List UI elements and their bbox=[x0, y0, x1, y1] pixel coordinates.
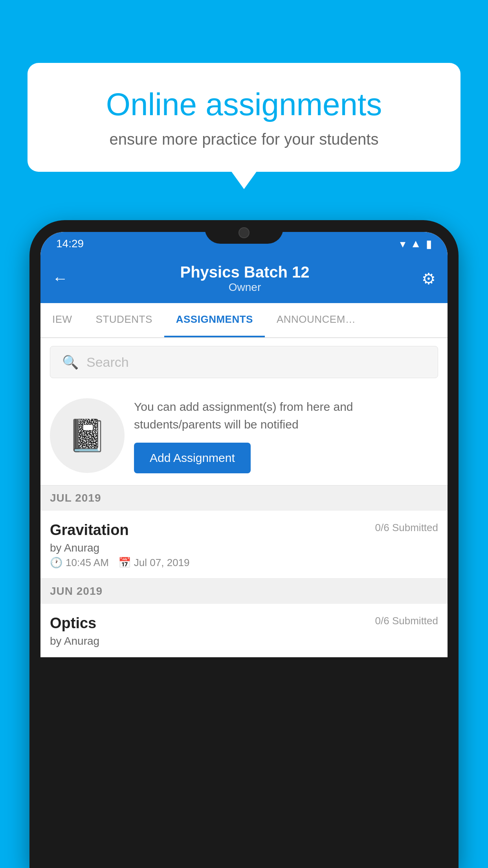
datetime-time-gravitation: 🕐 10:45 AM bbox=[50, 557, 109, 569]
back-button[interactable]: ← bbox=[52, 270, 68, 287]
assignment-header: Gravitation 0/6 Submitted bbox=[50, 522, 438, 539]
assignment-time-gravitation: 10:45 AM bbox=[66, 557, 109, 569]
section-label-jul: JUL 2019 bbox=[50, 492, 101, 504]
promo-description: You can add assignment(s) from here and … bbox=[134, 398, 438, 433]
phone-screen: 14:29 ▾ ▲ ▮ ← Physics Batch 12 Owner ⚙ I… bbox=[40, 232, 448, 657]
section-divider-jun: JUN 2019 bbox=[40, 579, 448, 604]
add-assignment-button[interactable]: Add Assignment bbox=[134, 443, 251, 473]
header-center: Physics Batch 12 Owner bbox=[68, 263, 422, 294]
header-subtitle: Owner bbox=[68, 281, 422, 294]
datetime-date-gravitation: 📅 Jul 07, 2019 bbox=[118, 557, 190, 569]
phone-frame: 14:29 ▾ ▲ ▮ ← Physics Batch 12 Owner ⚙ I… bbox=[29, 220, 459, 868]
settings-icon[interactable]: ⚙ bbox=[422, 270, 436, 288]
speech-bubble-container: Online assignments ensure more practice … bbox=[28, 63, 460, 172]
tab-assignments[interactable]: ASSIGNMENTS bbox=[164, 303, 265, 337]
assignment-meta-optics: by Anurag bbox=[50, 635, 438, 647]
bubble-title: Online assignments bbox=[55, 86, 433, 123]
section-label-jun: JUN 2019 bbox=[50, 585, 103, 597]
clock-icon: 🕐 bbox=[50, 557, 62, 569]
tab-overview[interactable]: IEW bbox=[40, 303, 84, 337]
tab-announcements[interactable]: ANNOUNCEM… bbox=[265, 303, 367, 337]
promo-block: 📓 You can add assignment(s) from here an… bbox=[40, 386, 448, 485]
assignment-by-gravitation: by Anurag bbox=[50, 542, 438, 554]
speech-bubble: Online assignments ensure more practice … bbox=[28, 63, 460, 172]
assignment-submitted-optics: 0/6 Submitted bbox=[375, 615, 438, 627]
calendar-icon: 📅 bbox=[118, 557, 131, 569]
status-icons: ▾ ▲ ▮ bbox=[400, 237, 432, 250]
promo-icon-circle: 📓 bbox=[50, 398, 125, 473]
tabs-container: IEW STUDENTS ASSIGNMENTS ANNOUNCEM… bbox=[40, 303, 448, 338]
assignment-item-optics[interactable]: Optics 0/6 Submitted by Anurag bbox=[40, 604, 448, 657]
header-title: Physics Batch 12 bbox=[68, 263, 422, 281]
assignment-by-optics: by Anurag bbox=[50, 635, 438, 647]
assignment-header-optics: Optics 0/6 Submitted bbox=[50, 615, 438, 632]
assignment-title-gravitation: Gravitation bbox=[50, 522, 129, 539]
search-icon: 🔍 bbox=[62, 354, 79, 370]
assignment-item-gravitation[interactable]: Gravitation 0/6 Submitted by Anurag 🕐 10… bbox=[40, 511, 448, 579]
notebook-icon: 📓 bbox=[68, 417, 107, 454]
tab-students[interactable]: STUDENTS bbox=[84, 303, 164, 337]
assignment-datetime-gravitation: 🕐 10:45 AM 📅 Jul 07, 2019 bbox=[50, 557, 438, 569]
promo-text-area: You can add assignment(s) from here and … bbox=[134, 398, 438, 473]
app-header: ← Physics Batch 12 Owner ⚙ bbox=[40, 256, 448, 303]
search-bar[interactable]: 🔍 Search bbox=[50, 346, 438, 378]
search-placeholder: Search bbox=[86, 355, 129, 370]
assignment-title-optics: Optics bbox=[50, 615, 96, 632]
assignment-submitted-gravitation: 0/6 Submitted bbox=[375, 522, 438, 534]
battery-icon: ▮ bbox=[426, 237, 432, 250]
phone-notch bbox=[205, 220, 283, 244]
phone-camera bbox=[238, 227, 250, 238]
wifi-icon: ▾ bbox=[400, 237, 405, 250]
signal-icon: ▲ bbox=[410, 237, 421, 250]
assignment-meta-gravitation: by Anurag 🕐 10:45 AM 📅 Jul 07, 2019 bbox=[50, 542, 438, 569]
section-divider-jul: JUL 2019 bbox=[40, 485, 448, 511]
assignment-date-gravitation: Jul 07, 2019 bbox=[134, 557, 190, 569]
bubble-subtitle: ensure more practice for your students bbox=[55, 131, 433, 148]
search-container: 🔍 Search bbox=[40, 338, 448, 386]
status-time: 14:29 bbox=[56, 237, 84, 250]
